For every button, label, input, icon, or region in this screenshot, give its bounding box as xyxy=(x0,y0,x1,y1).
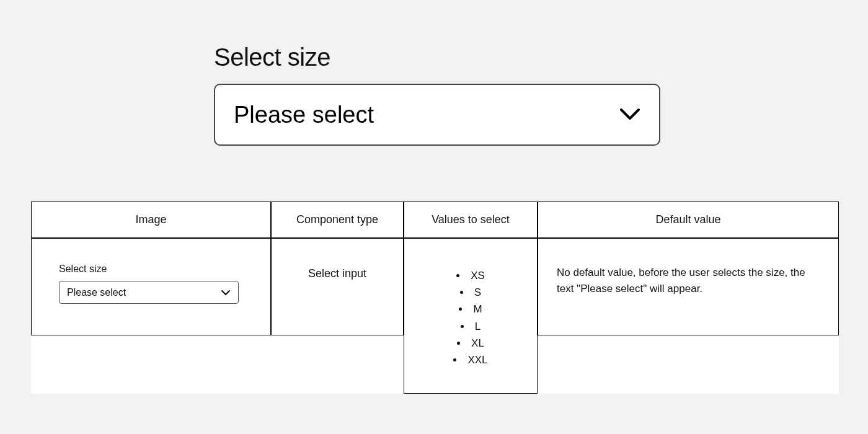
size-select-placeholder: Please select xyxy=(234,102,374,128)
value-option: L xyxy=(453,318,487,335)
value-option: XL xyxy=(453,335,487,352)
hero-select-label: Select size xyxy=(214,43,660,71)
mini-size-select[interactable]: Please select xyxy=(59,281,239,304)
cell-component-type: Select input xyxy=(271,238,404,335)
chevron-down-icon xyxy=(619,108,640,122)
col-header-component-type: Component type xyxy=(271,202,404,238)
spec-table: Image Component type Values to select De… xyxy=(31,202,839,394)
mini-select-placeholder: Please select xyxy=(67,287,126,298)
cell-image: Select size Please select xyxy=(31,238,271,335)
values-list: XS S M L XL XXL xyxy=(453,267,487,368)
mini-select-label: Select size xyxy=(59,264,254,275)
value-option: S xyxy=(453,284,487,301)
col-header-image: Image xyxy=(31,202,271,238)
value-option: XXL xyxy=(453,352,487,368)
size-select[interactable]: Please select xyxy=(214,84,660,146)
value-option: M xyxy=(453,301,487,317)
hero-select-demo: Select size Please select xyxy=(214,43,660,146)
cell-default-value: No default value, before the user select… xyxy=(538,238,839,335)
cell-values: XS S M L XL XXL xyxy=(404,238,538,394)
chevron-down-icon xyxy=(221,290,231,296)
value-option: XS xyxy=(453,267,487,284)
col-header-values: Values to select xyxy=(404,202,538,238)
col-header-default: Default value xyxy=(538,202,839,238)
